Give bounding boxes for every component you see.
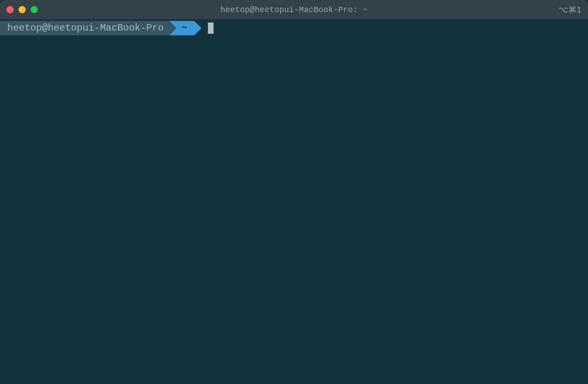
prompt-path: ~	[181, 21, 187, 35]
pane-shortcut-hint: ⌥⌘1	[559, 5, 582, 14]
cursor-icon	[208, 22, 214, 34]
titlebar[interactable]: heetop@heetopui-MacBook-Pro: ~ ⌥⌘1	[0, 0, 588, 19]
window-title: heetop@heetopui-MacBook-Pro: ~	[0, 5, 588, 14]
minimize-icon[interactable]	[19, 6, 26, 13]
prompt-user-host: heetop@heetopui-MacBook-Pro	[7, 21, 164, 35]
terminal-window: heetop@heetopui-MacBook-Pro: ~ ⌥⌘1 heeto…	[0, 0, 588, 384]
traffic-lights	[6, 6, 38, 13]
prompt-user-host-segment: heetop@heetopui-MacBook-Pro	[0, 21, 169, 35]
zoom-icon[interactable]	[31, 6, 38, 13]
command-input-area[interactable]	[194, 21, 588, 35]
close-icon[interactable]	[6, 6, 14, 13]
terminal-body[interactable]: heetop@heetopui-MacBook-Pro ~	[0, 19, 588, 384]
prompt-line[interactable]: heetop@heetopui-MacBook-Pro ~	[0, 21, 588, 35]
